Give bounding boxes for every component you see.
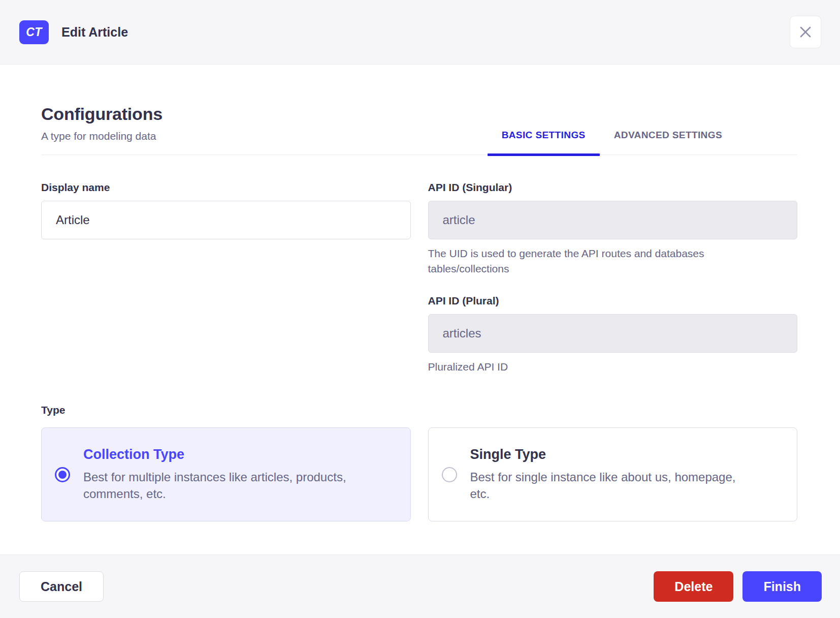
- api-id-plural-label: API ID (Plural): [428, 295, 499, 306]
- single-type-radio[interactable]: [442, 467, 457, 482]
- tab-advanced-settings[interactable]: ADVANCED SETTINGS: [600, 119, 736, 154]
- footer-actions: Delete Finish: [654, 571, 822, 602]
- api-id-singular-hint: The UID is used to generate the API rout…: [428, 246, 758, 276]
- tab-basic-settings[interactable]: BASIC SETTINGS: [488, 119, 600, 154]
- api-id-plural-field-group: API ID (Plural) Pluralized API ID: [428, 295, 798, 375]
- display-name-input[interactable]: [41, 201, 411, 239]
- configuration-form: Display name API ID (Singular) The UID i…: [41, 181, 797, 375]
- configurations-titles: Configurations A type for modeling data: [41, 104, 163, 154]
- form-column-right: API ID (Singular) The UID is used to gen…: [428, 181, 798, 375]
- close-icon: [798, 25, 813, 39]
- single-type-card[interactable]: Single Type Best for single instance lik…: [428, 427, 798, 521]
- collection-type-card[interactable]: Collection Type Best for multiple instan…: [41, 427, 411, 521]
- api-id-singular-field-group: API ID (Singular) The UID is used to gen…: [428, 181, 798, 276]
- modal-header: CT Edit Article: [0, 0, 840, 65]
- settings-tabs: BASIC SETTINGS ADVANCED SETTINGS: [488, 119, 736, 154]
- cancel-button[interactable]: Cancel: [19, 571, 104, 602]
- content-type-badge: CT: [19, 20, 49, 44]
- display-name-label: Display name: [41, 181, 110, 193]
- modal-footer: Cancel Delete Finish: [0, 554, 840, 618]
- api-id-singular-label: API ID (Singular): [428, 181, 512, 193]
- single-type-title: Single Type: [470, 447, 757, 462]
- modal-title: Edit Article: [61, 25, 128, 40]
- collection-type-text: Collection Type Best for multiple instan…: [83, 447, 370, 502]
- form-column-left: Display name: [41, 181, 411, 375]
- single-type-description: Best for single instance like about us, …: [470, 469, 757, 502]
- api-id-singular-input: [428, 201, 798, 239]
- page-subtitle: A type for modeling data: [41, 130, 163, 142]
- finish-button[interactable]: Finish: [742, 571, 822, 602]
- display-name-field-group: Display name: [41, 181, 411, 239]
- modal-body: Configurations A type for modeling data …: [0, 65, 840, 554]
- edit-content-type-modal: CT Edit Article Configurations A type fo…: [0, 0, 840, 618]
- page-title: Configurations: [41, 104, 163, 124]
- type-options: Collection Type Best for multiple instan…: [41, 427, 797, 521]
- collection-type-radio[interactable]: [55, 467, 70, 482]
- type-label: Type: [41, 404, 797, 416]
- collection-type-description: Best for multiple instances like article…: [83, 469, 370, 502]
- collection-type-title: Collection Type: [83, 447, 370, 462]
- api-id-plural-input: [428, 314, 798, 353]
- delete-button[interactable]: Delete: [654, 571, 733, 602]
- close-button[interactable]: [790, 16, 821, 48]
- single-type-text: Single Type Best for single instance lik…: [470, 447, 757, 502]
- configurations-header: Configurations A type for modeling data …: [41, 104, 797, 155]
- api-id-plural-hint: Pluralized API ID: [428, 359, 758, 375]
